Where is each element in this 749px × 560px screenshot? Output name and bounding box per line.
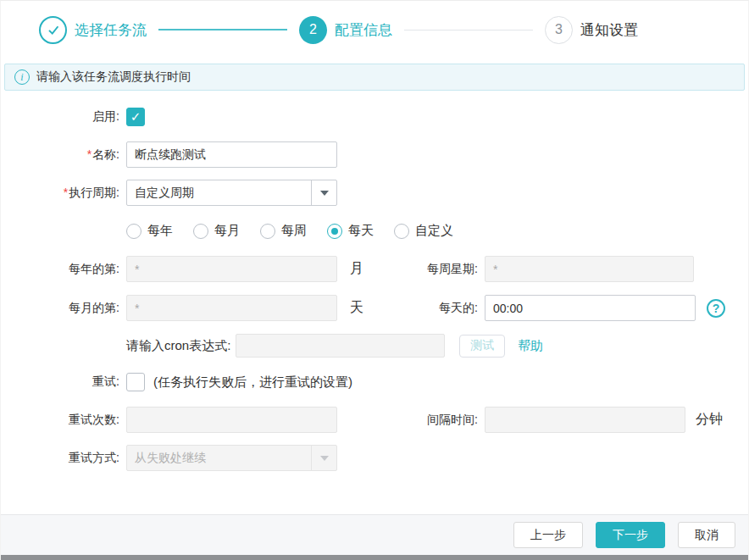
period-select[interactable]: 自定义周期 [126,180,337,206]
radio-label: 每周 [281,223,307,239]
radio-icon [193,224,208,239]
frequency-row: 每年 每月 每周 每天 自定义 [1,223,748,239]
prev-step-button[interactable]: 上一步 [513,522,583,548]
step-done-circle [39,16,67,44]
retry-mode-value: 从失败处继续 [127,446,311,470]
radio-label: 每天 [348,223,374,239]
yearly-month-input [126,256,337,282]
period-label: *执行周期: [1,186,119,201]
retry-count-interval-row: 重试次数: 间隔时间: 分钟 [1,407,748,433]
retry-mode-select: 从失败处继续 [126,445,337,471]
month-suffix: 月 [350,260,363,278]
radio-icon [260,224,275,239]
cron-label: 请输入cron表达式: [126,338,230,354]
enable-row: 启用: ✓ [1,108,748,126]
info-icon: i [14,69,30,85]
radio-icon [394,224,409,239]
weekly-label: 每周星期: [391,262,478,277]
monthly-label: 每月的第: [1,301,119,316]
next-step-button[interactable]: 下一步 [596,522,665,548]
name-input[interactable] [126,141,337,168]
required-asterisk: * [64,186,68,199]
retry-checkbox[interactable] [126,373,145,391]
weekly-group: 每周星期: [391,256,694,282]
radio-icon [126,224,141,239]
info-banner-text: 请输入该任务流调度执行时间 [36,69,191,85]
radio-yearly[interactable]: 每年 [126,223,173,239]
daily-time-input[interactable] [485,295,696,321]
radio-label: 每月 [214,223,240,239]
schedule-form: 启用: ✓ *名称: *执行周期: 自定义周期 每年 每月 [1,91,748,514]
task-flow-config-dialog: 选择任务流 2 配置信息 3 通知设置 i 请输入该任务流调度执行时间 启用: … [0,0,749,560]
step-select-taskflow: 选择任务流 [39,16,147,44]
retry-mode-row: 重试方式: 从失败处继续 [1,445,748,471]
yearly-label: 每年的第: [1,262,119,277]
radio-monthly[interactable]: 每月 [193,223,240,239]
footer-action-bar: 上一步 下一步 取消 [1,514,748,555]
enable-checkbox[interactable]: ✓ [126,108,145,126]
info-banner: i 请输入该任务流调度执行时间 [4,64,745,91]
name-label: *名称: [1,147,119,163]
radio-icon-selected [327,224,342,239]
cron-test-button[interactable]: 测试 [459,335,505,358]
step-notify-settings: 3 通知设置 [545,16,638,44]
interval-group: 间隔时间: 分钟 [391,407,723,433]
yearly-weekly-row: 每年的第: 月 每周星期: [1,256,748,282]
cancel-button[interactable]: 取消 [678,522,735,548]
cron-input [236,334,445,358]
step-label: 选择任务流 [75,20,147,40]
question-mark-icon[interactable]: ? [707,299,725,318]
monthly-daily-row: 每月的第: 天 每天的: ? [1,295,748,321]
radio-label: 自定义 [415,223,453,239]
retry-mode-label: 重试方式: [1,451,119,466]
wizard-stepper: 选择任务流 2 配置信息 3 通知设置 [1,1,748,47]
chevron-down-icon [320,456,329,461]
check-icon [45,21,62,38]
cron-help-link[interactable]: 帮助 [518,338,543,354]
retry-hint: (任务执行失败后，进行重试的设置) [153,374,352,391]
retry-row: 重试: (任务执行失败后，进行重试的设置) [1,373,748,391]
enable-label: 启用: [1,109,119,125]
radio-custom[interactable]: 自定义 [394,223,453,239]
daily-label: 每天的: [391,301,478,316]
period-row: *执行周期: 自定义周期 [1,180,748,206]
dropdown-arrow-button[interactable] [311,180,336,205]
bottom-scrollbar[interactable] [1,555,748,560]
radio-daily[interactable]: 每天 [327,223,374,239]
retry-count-input [126,407,337,433]
step-label: 通知设置 [580,20,638,40]
step-config-info: 2 配置信息 [299,16,392,44]
period-select-value: 自定义周期 [127,180,311,205]
retry-label: 重试: [1,374,119,390]
daily-group: 每天的: ? [391,295,725,321]
minutes-suffix: 分钟 [696,411,723,429]
interval-input [485,407,685,433]
monthly-day-input [126,295,337,321]
radio-weekly[interactable]: 每周 [260,223,307,239]
step-number: 2 [299,16,327,44]
dropdown-arrow-button-disabled [311,446,336,470]
interval-label: 间隔时间: [391,413,478,428]
step-connector-pending [404,30,533,30]
radio-label: 每年 [147,223,173,239]
cron-row: 请输入cron表达式: 测试 帮助 [1,334,748,358]
step-label: 配置信息 [335,20,392,40]
required-asterisk: * [87,147,92,161]
chevron-down-icon [320,191,329,196]
step-connector-done [158,29,287,30]
weekday-input [485,256,694,282]
step-number: 3 [545,16,573,44]
day-suffix: 天 [350,299,363,317]
name-row: *名称: [1,141,748,168]
retry-count-label: 重试次数: [1,413,119,428]
